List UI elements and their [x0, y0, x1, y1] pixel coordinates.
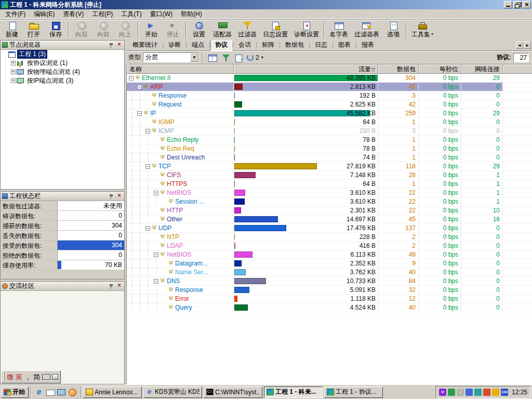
menu-item-0[interactable]: 文件(F)	[1, 9, 30, 20]
minimize-button[interactable]	[504, 1, 512, 8]
protocol-row[interactable]: ΨQuery4.524 KB400 bps0	[127, 303, 532, 312]
tab-9[interactable]: 报表	[357, 40, 379, 51]
expand-toggle-icon[interactable]: −	[154, 191, 158, 195]
toolbar-button-21[interactable]: 工具集▾	[408, 20, 436, 39]
ime-options-icon[interactable]	[52, 374, 58, 380]
protocol-row[interactable]: −ΨEthernet II48.395 KB3040 bps29	[127, 74, 532, 83]
column-header-3[interactable]: 每秒位	[419, 64, 461, 74]
panel-close-icon[interactable]: ×	[116, 283, 123, 289]
tab-8[interactable]: 图表	[334, 40, 355, 51]
taskbar-task-0[interactable]: Annie Lennox...	[83, 387, 142, 398]
tab-2[interactable]: 端点	[187, 40, 209, 51]
column-header-4[interactable]: 网络连接	[461, 64, 503, 74]
export-icon[interactable]	[233, 52, 245, 63]
chevron-down-icon[interactable]: ▼	[190, 53, 198, 62]
protocol-row[interactable]: ΨEcho Req78 B10 bps0	[127, 144, 532, 153]
firewall-icon[interactable]	[483, 389, 490, 396]
protocol-row[interactable]: ΨName Ser...3.762 KB400 bps0	[127, 268, 532, 277]
ime-item-3[interactable]: 简	[33, 373, 41, 382]
toolbar-button-1[interactable]: 打开	[23, 20, 45, 39]
toolbar-button-18[interactable]: 过滤器表	[351, 20, 382, 39]
column-header-1[interactable]: 流量▽	[234, 64, 378, 74]
expand-toggle-icon[interactable]: −	[137, 85, 142, 89]
column-header-2[interactable]: 数据包	[378, 64, 419, 74]
expand-toggle-icon[interactable]: −	[129, 76, 134, 81]
tree-item-0[interactable]: 工程 1 (3)	[1, 50, 124, 59]
toolbar-button-2[interactable]: 保存	[45, 20, 66, 39]
toolbar-button-11[interactable]: 设置	[188, 20, 210, 39]
protocol-row[interactable]: ΨHTTPS64 B10 bps1	[127, 180, 532, 189]
menu-item-3[interactable]: 工程(P)	[88, 9, 117, 20]
tab-4[interactable]: 会话	[234, 40, 256, 51]
toolbar-button-19[interactable]: 选项	[382, 20, 404, 39]
protocol-row[interactable]: ΨOther14.697 KB450 bps16	[127, 215, 532, 224]
pin-icon[interactable]	[108, 283, 114, 289]
ime-item-0[interactable]: 微	[6, 373, 14, 382]
protocol-row[interactable]: ΨHTTP2.301 KB220 bps10	[127, 206, 532, 215]
toolbar-button-13[interactable]: 过滤器	[235, 20, 260, 39]
filter-display-icon[interactable]	[220, 52, 231, 63]
toolbar-button-17[interactable]: 名字表	[326, 20, 351, 39]
expand-toggle-icon[interactable]: −	[145, 129, 150, 134]
protocol-row[interactable]: ΨError1.118 KB120 bps0	[127, 295, 532, 303]
display-mode-icon[interactable]	[206, 52, 218, 63]
expand-toggle-icon[interactable]: −	[145, 226, 150, 231]
panel-close-icon[interactable]: ×	[116, 193, 123, 200]
type-select[interactable]: 分层 ▼	[143, 52, 199, 62]
menu-item-1[interactable]: 编辑(E)	[30, 9, 59, 20]
protocol-row[interactable]: −ΨNetBIOS3.610 KB220 bps1	[127, 189, 532, 197]
taskbar-clock[interactable]: 12:25	[510, 389, 527, 396]
tree-item-2[interactable]: +按物理端点浏览 (4)	[1, 68, 124, 76]
ie-icon[interactable]	[35, 388, 44, 397]
protocol-row[interactable]: −ΨDNS10.733 KB840 bps0	[127, 277, 532, 286]
expand-toggle-icon[interactable]: −	[137, 111, 142, 116]
ime-item-1[interactable]: 英	[15, 373, 23, 382]
protocol-row[interactable]: ΨDest Unreach74 B10 bps0	[127, 153, 532, 162]
toolbar-button-15[interactable]: 诊断设置	[291, 20, 322, 39]
protocol-row[interactable]: ΨIGMP64 B10 bps0	[127, 118, 532, 127]
monitor-icon[interactable]	[474, 389, 482, 396]
refresh-interval-control[interactable]: 2 ▾	[247, 54, 263, 61]
taskbar-task-1[interactable]: KDS宽带山 KDS...	[143, 387, 202, 398]
protocol-row[interactable]: ΨDatagram...2.352 KB90 bps0	[127, 259, 532, 268]
protocol-row[interactable]: −ΨNetBIOS6.113 KB490 bps0	[127, 250, 532, 259]
protocol-row[interactable]: ΨResponse192 B30 bps0	[127, 91, 532, 100]
ime-item-2[interactable]: ，	[24, 373, 32, 382]
expand-toggle-icon[interactable]: −	[154, 279, 158, 284]
protocol-row[interactable]: −ΨICMP230 B30 bps0	[127, 127, 532, 136]
tree-item-3[interactable]: +按IP端点浏览 (3)	[1, 76, 124, 85]
toolbar-button-14[interactable]: 日志设置	[260, 20, 291, 39]
messenger-icon[interactable]	[448, 389, 455, 396]
protocol-row[interactable]: −ΨIP45.582 KB2590 bps29	[127, 109, 532, 118]
tab-7[interactable]: 日志	[310, 40, 332, 51]
expand-toggle-icon[interactable]: +	[11, 78, 16, 83]
pin-icon[interactable]	[108, 193, 114, 200]
expand-toggle-icon[interactable]: −	[154, 252, 158, 257]
antivirus-icon[interactable]: V	[439, 389, 446, 396]
tree-item-1[interactable]: +按协议浏览 (1)	[1, 59, 124, 68]
chevron-down-icon[interactable]: ▾	[261, 55, 263, 60]
toolbar-button-12[interactable]: 适配器	[210, 20, 235, 39]
toolbar-button-0[interactable]: 新建	[1, 20, 23, 39]
drag-handle[interactable]	[3, 373, 5, 381]
tab-1[interactable]: 诊断	[164, 40, 185, 51]
tab-scroll-right-icon[interactable]: ►	[524, 42, 531, 49]
tab-scroll-left-icon[interactable]: ◄	[516, 42, 523, 49]
network-icon[interactable]	[466, 389, 473, 396]
expand-toggle-icon[interactable]: −	[145, 164, 150, 169]
protocol-row[interactable]: ΨCIFS7.148 KB280 bps1	[127, 171, 532, 180]
restore-button[interactable]	[513, 1, 522, 8]
pin-icon[interactable]	[108, 42, 114, 48]
mail-icon[interactable]	[46, 388, 55, 397]
ime-indicator[interactable]: CH	[501, 389, 508, 396]
protocol-row[interactable]: ΨLDAP416 B20 bps0	[127, 242, 532, 250]
protocol-row[interactable]: ΨNTP228 B20 bps0	[127, 233, 532, 242]
protocol-row[interactable]: ΨEcho Reply78 B10 bps0	[127, 136, 532, 144]
protocol-row[interactable]: −ΨARP2.813 KB450 bps0	[127, 83, 532, 91]
start-button[interactable]: 开始	[1, 387, 29, 398]
menu-item-4[interactable]: 工具(T)	[117, 9, 145, 20]
protocol-row[interactable]: ΨSession ...3.610 KB220 bps1	[127, 197, 532, 206]
taskbar-task-2[interactable]: C:\WINNT\syst...	[204, 387, 262, 398]
update-icon[interactable]	[492, 389, 499, 396]
column-header-0[interactable]: 名称	[127, 64, 234, 74]
